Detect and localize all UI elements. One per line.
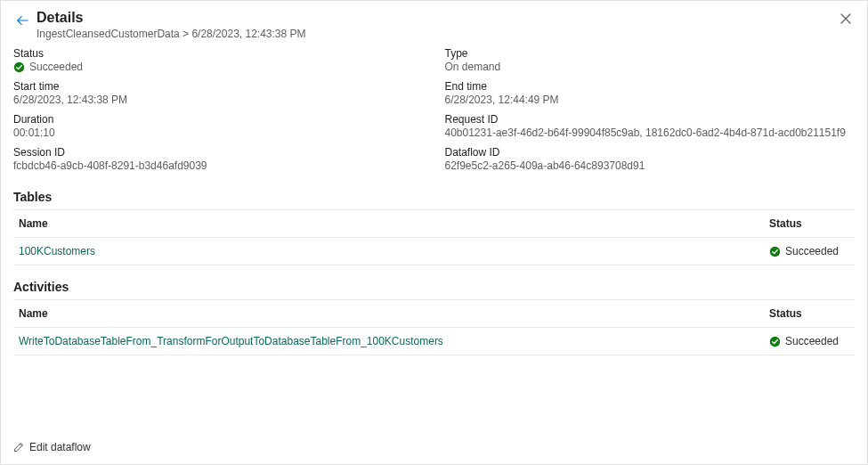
edit-dataflow-button[interactable]: Edit dataflow: [13, 441, 91, 453]
svg-point-1: [770, 246, 780, 256]
type-label: Type: [445, 47, 856, 60]
start-time-label: Start time: [13, 80, 424, 93]
status-label: Status: [13, 47, 424, 60]
dataflow-id-label: Dataflow ID: [445, 146, 856, 159]
activities-table: Name Status WriteToDatabaseTableFrom_Tra…: [13, 299, 855, 355]
activities-name-header: Name: [19, 307, 769, 320]
start-time-value: 6/28/2023, 12:43:38 PM: [13, 94, 424, 106]
session-id-field: Session ID fcbdcb46-a9cb-408f-8291-b3d46…: [13, 146, 424, 172]
status-field: Status Succeeded: [13, 47, 424, 73]
pencil-icon: [13, 442, 24, 453]
dataflow-id-field: Dataflow ID 62f9e5c2-a265-409a-ab46-64c8…: [445, 146, 856, 172]
end-time-field: End time 6/28/2023, 12:44:49 PM: [445, 80, 856, 106]
success-icon: [769, 336, 781, 347]
type-field: Type On demand: [445, 47, 856, 73]
table-row: WriteToDatabaseTableFrom_TransformForOut…: [13, 328, 855, 355]
tables-section-title: Tables: [13, 190, 855, 204]
duration-field: Duration 00:01:10: [13, 113, 424, 139]
activities-header-row: Name Status: [13, 300, 855, 328]
type-value: On demand: [445, 61, 856, 73]
tables-table: Name Status 100KCustomers Succeeded: [13, 209, 855, 265]
activity-row-status: Succeeded: [785, 335, 839, 347]
metadata-grid: Status Succeeded Type On demand Start ti…: [13, 44, 855, 184]
back-button[interactable]: [13, 12, 31, 29]
start-time-field: Start time 6/28/2023, 12:43:38 PM: [13, 80, 424, 106]
activities-status-header: Status: [769, 307, 849, 320]
request-id-value: 40b01231-ae3f-46d2-b64f-99904f85c9ab, 18…: [445, 126, 856, 139]
table-row-status: Succeeded: [785, 245, 839, 257]
details-header: Details IngestCleansedCustomerData > 6/2…: [1, 1, 867, 42]
table-name-link[interactable]: 100KCustomers: [19, 245, 95, 257]
close-icon: [840, 13, 851, 24]
duration-label: Duration: [13, 113, 424, 126]
activity-name-link[interactable]: WriteToDatabaseTableFrom_TransformForOut…: [19, 335, 443, 347]
request-id-field: Request ID 40b01231-ae3f-46d2-b64f-99904…: [445, 113, 856, 139]
activities-section-title: Activities: [13, 280, 855, 294]
duration-value: 00:01:10: [13, 126, 424, 139]
tables-name-header: Name: [19, 217, 769, 230]
footer: Edit dataflow: [13, 441, 91, 455]
page-title: Details: [37, 10, 837, 26]
close-button[interactable]: [837, 10, 855, 28]
request-id-label: Request ID: [445, 113, 856, 126]
end-time-label: End time: [445, 80, 856, 93]
svg-point-2: [770, 336, 780, 346]
arrow-left-icon: [16, 14, 28, 27]
tables-header-row: Name Status: [13, 210, 855, 238]
status-value: Succeeded: [29, 61, 83, 73]
session-id-value: fcbdcb46-a9cb-408f-8291-b3d46afd9039: [13, 159, 424, 172]
details-content: Status Succeeded Type On demand Start ti…: [1, 42, 867, 355]
breadcrumb: IngestCleansedCustomerData > 6/28/2023, …: [37, 28, 837, 40]
tables-status-header: Status: [769, 217, 849, 230]
title-area: Details IngestCleansedCustomerData > 6/2…: [37, 10, 837, 40]
success-icon: [13, 61, 25, 73]
table-row: 100KCustomers Succeeded: [13, 238, 855, 265]
end-time-value: 6/28/2023, 12:44:49 PM: [445, 94, 856, 106]
dataflow-id-value: 62f9e5c2-a265-409a-ab46-64c893708d91: [445, 159, 856, 172]
session-id-label: Session ID: [13, 146, 424, 159]
edit-dataflow-label: Edit dataflow: [29, 441, 91, 453]
svg-point-0: [14, 61, 24, 71]
success-icon: [769, 246, 781, 257]
